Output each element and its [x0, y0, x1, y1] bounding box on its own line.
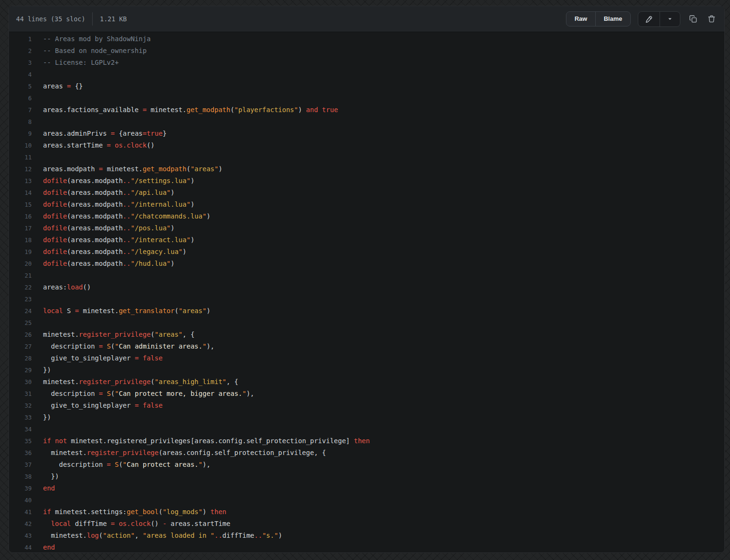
line-number[interactable]: 14 — [9, 187, 32, 199]
line-number[interactable]: 5 — [9, 80, 32, 92]
code-line-row: 3-- License: LGPLv2+ — [9, 57, 724, 69]
code-line — [32, 116, 43, 128]
code-token-keyword: dofile — [43, 224, 67, 232]
line-number[interactable]: 24 — [9, 305, 32, 317]
line-number[interactable]: 42 — [9, 518, 32, 530]
code-token-plain — [318, 106, 322, 114]
code-token-plain: }) — [43, 366, 51, 374]
line-number[interactable]: 36 — [9, 447, 32, 459]
code-line-row: 30minetest.register_privilege("areas_hig… — [9, 376, 724, 388]
code-token-function: " — [202, 212, 206, 220]
line-number[interactable]: 39 — [9, 482, 32, 494]
line-number[interactable]: 23 — [9, 293, 32, 305]
code-token-plain — [139, 402, 142, 409]
line-number[interactable]: 30 — [9, 376, 32, 388]
line-number[interactable]: 8 — [9, 116, 32, 128]
code-line: give_to_singleplayer = false — [32, 352, 163, 364]
line-number[interactable]: 4 — [9, 69, 32, 80]
line-number[interactable]: 3 — [9, 57, 32, 69]
line-number[interactable]: 40 — [9, 494, 32, 506]
line-number[interactable]: 44 — [9, 542, 32, 553]
line-number[interactable]: 31 — [9, 388, 32, 400]
code-line: dofile(areas.modpath.."/hud.lua") — [32, 258, 174, 270]
edit-dropdown-button[interactable] — [660, 12, 680, 26]
line-number[interactable]: 27 — [9, 341, 32, 352]
code-token-keyword: local — [51, 520, 71, 527]
code-line-row: 42 local diffTime = os.clock() - areas.s… — [9, 518, 724, 530]
code-token-plain: ( — [151, 331, 155, 338]
code-token-plain: diffTime — [222, 532, 254, 539]
raw-button[interactable]: Raw — [566, 12, 595, 26]
line-number[interactable]: 22 — [9, 281, 32, 293]
code-line — [32, 317, 43, 329]
line-number[interactable]: 15 — [9, 199, 32, 210]
code-line: minetest.log("action", "areas loaded in … — [32, 530, 282, 542]
code-token-function: get_modpath — [143, 165, 187, 173]
code-line: dofile(areas.modpath.."/pos.lua") — [32, 222, 174, 234]
line-number[interactable]: 34 — [9, 423, 32, 435]
edit-group — [638, 11, 680, 27]
line-number[interactable]: 6 — [9, 92, 32, 104]
code-line-row: 10areas.startTime = os.clock() — [9, 140, 724, 151]
line-number[interactable]: 37 — [9, 459, 32, 471]
line-number[interactable]: 16 — [9, 210, 32, 222]
code-token-plain: (areas.modpath — [67, 248, 123, 255]
code-token-function: " — [130, 201, 134, 208]
code-line-row: 13dofile(areas.modpath.."/settings.lua") — [9, 175, 724, 187]
code-token-plain — [103, 342, 106, 350]
code-token-function: " — [235, 106, 238, 114]
code-token-function: " — [130, 236, 134, 244]
delete-button[interactable] — [706, 13, 717, 25]
line-number[interactable]: 9 — [9, 128, 32, 140]
code-token-keyword: dofile — [43, 236, 67, 244]
code-token-function: " — [130, 532, 134, 539]
code-token-plain: {areas — [115, 130, 143, 137]
code-line: dofile(areas.modpath.."/api.lua") — [32, 187, 174, 199]
line-number[interactable]: 43 — [9, 530, 32, 542]
line-number[interactable]: 41 — [9, 506, 32, 518]
code-line-row: 19dofile(areas.modpath.."/legacy.lua") — [9, 246, 724, 258]
line-number[interactable]: 19 — [9, 246, 32, 258]
line-number[interactable]: 12 — [9, 163, 32, 175]
line-number[interactable]: 20 — [9, 258, 32, 270]
line-number[interactable]: 28 — [9, 352, 32, 364]
line-number[interactable]: 32 — [9, 400, 32, 411]
code-token-plain: } — [163, 130, 166, 137]
line-number[interactable]: 17 — [9, 222, 32, 234]
line-number[interactable]: 21 — [9, 270, 32, 281]
line-number[interactable]: 35 — [9, 435, 32, 447]
code-line-row: 22areas:load() — [9, 281, 724, 293]
code-line — [32, 270, 43, 281]
file-header: 44 lines (35 sloc) 1.21 KB Raw Blame — [9, 6, 724, 32]
line-number[interactable]: 1 — [9, 33, 32, 45]
code-token-keyword: = — [111, 130, 114, 137]
edit-button[interactable] — [638, 12, 660, 26]
line-number[interactable]: 38 — [9, 471, 32, 482]
line-number[interactable]: 13 — [9, 175, 32, 187]
copy-button[interactable] — [687, 13, 699, 25]
code-line: dofile(areas.modpath.."/chatcommands.lua… — [32, 210, 210, 222]
code-token-function: " — [186, 177, 190, 184]
code-line-row: 4 — [9, 69, 724, 80]
line-number[interactable]: 18 — [9, 234, 32, 246]
code-token-plain: ) — [171, 224, 174, 232]
code-token-function: " — [166, 260, 170, 267]
line-number[interactable]: 10 — [9, 140, 32, 151]
line-number[interactable]: 25 — [9, 317, 32, 329]
line-number[interactable]: 33 — [9, 411, 32, 423]
code-line: minetest.register_privilege(areas.config… — [32, 447, 326, 459]
line-number[interactable]: 29 — [9, 364, 32, 376]
code-token-string-pale: Can administer areas. — [119, 342, 202, 350]
code-token-function: " — [210, 532, 214, 539]
line-number[interactable]: 26 — [9, 329, 32, 341]
blame-button[interactable]: Blame — [595, 12, 630, 26]
code-token-keyword: = — [143, 106, 147, 114]
code-line-row: 34 — [9, 423, 724, 435]
line-number[interactable]: 2 — [9, 45, 32, 57]
line-number[interactable]: 7 — [9, 104, 32, 116]
line-number[interactable]: 11 — [9, 151, 32, 163]
code-token-function: " — [115, 342, 119, 350]
code-token-plain: ) — [182, 248, 186, 255]
code-line: }) — [32, 364, 51, 376]
code-token-keyword: register_privilege — [79, 378, 151, 385]
